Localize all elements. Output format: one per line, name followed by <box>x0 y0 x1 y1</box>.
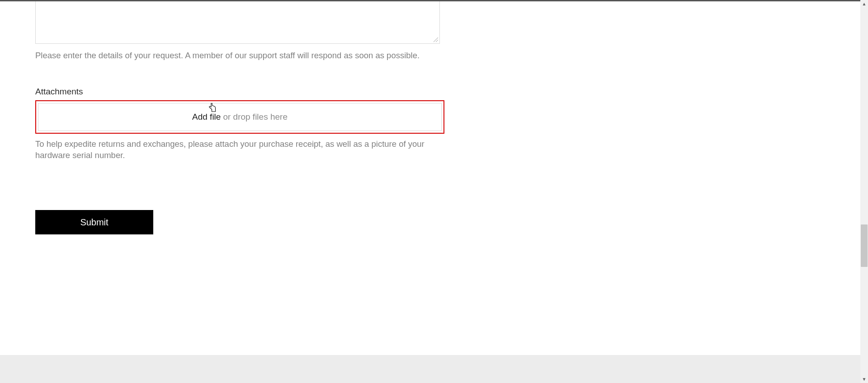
scrollbar-thumb[interactable] <box>861 224 868 267</box>
attachments-label: Attachments <box>35 87 440 97</box>
resize-handle-icon <box>432 36 439 42</box>
scrollbar-down-arrow-icon[interactable]: ▼ <box>860 375 868 383</box>
drop-files-hint: or drop files here <box>223 112 288 122</box>
add-file-link[interactable]: Add file <box>192 112 221 122</box>
request-details-helper: Please enter the details of your request… <box>35 50 440 61</box>
attachments-highlight-box: Add file or drop files here <box>35 100 444 134</box>
attachments-dropzone[interactable]: Add file or drop files here <box>38 103 442 131</box>
scrollbar-up-arrow-icon[interactable]: ▲ <box>860 0 868 8</box>
svg-line-1 <box>436 40 438 42</box>
attachments-helper: To help expedite returns and exchanges, … <box>35 138 440 161</box>
page-footer-bar <box>0 355 860 383</box>
form-content: Please enter the details of your request… <box>35 0 440 234</box>
svg-line-0 <box>434 37 438 42</box>
submit-button[interactable]: Submit <box>35 210 153 234</box>
request-details-textarea[interactable] <box>35 1 440 44</box>
scrollbar-track[interactable]: ▲ ▼ <box>860 0 868 383</box>
